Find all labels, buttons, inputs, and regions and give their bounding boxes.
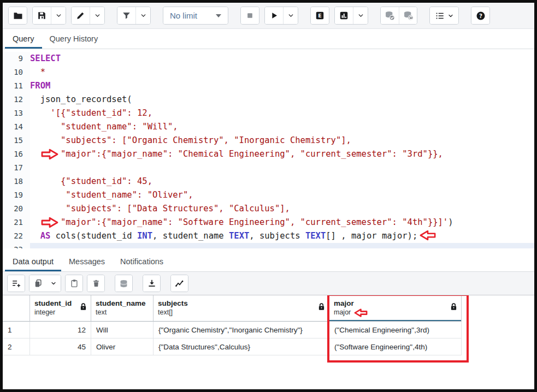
table-cell[interactable]: 12 [30, 322, 91, 338]
line-number: 23 [3, 243, 30, 248]
code-text: * [30, 66, 45, 79]
code-text: "major":{"major_name": "Chemical Enginee… [30, 147, 443, 161]
paste-clipboard-icon [69, 278, 79, 288]
code-line[interactable]: 17 [3, 161, 534, 175]
tab-notifications-label: Notifications [120, 257, 163, 266]
execute-options-button[interactable] [283, 7, 298, 24]
code-text: "student_name": "Oliver", [30, 188, 193, 202]
table-cell[interactable]: Will [91, 322, 154, 338]
chevron-down-icon [287, 12, 294, 19]
commit-button[interactable] [381, 7, 399, 24]
column-type: integer [34, 308, 86, 317]
execute-button[interactable] [265, 7, 283, 24]
chevron-down-icon [50, 280, 57, 287]
chevron-down-icon [357, 12, 364, 19]
filter-options-button[interactable] [135, 7, 150, 24]
edit-button[interactable] [72, 7, 90, 24]
tab-messages[interactable]: Messages [61, 252, 113, 271]
code-line[interactable]: 16 "major":{"major_name": "Chemical Engi… [3, 147, 534, 161]
line-number: 9 [3, 52, 30, 66]
code-line[interactable]: 11FROM [3, 79, 534, 93]
line-number: 12 [3, 93, 30, 106]
code-text: json_to_recordset( [30, 93, 132, 106]
code-line[interactable]: 21 "major":{"major_name": "Software Engi… [3, 216, 534, 229]
tab-data-output[interactable]: Data output [5, 252, 61, 271]
line-number: 18 [3, 175, 30, 188]
table-cell[interactable]: Oliver [91, 338, 154, 355]
column-header-student_name[interactable]: student_nametext [91, 295, 154, 322]
filter-button[interactable] [117, 7, 135, 24]
code-line[interactable]: 12 json_to_recordset( [3, 93, 534, 106]
row-number-header[interactable] [3, 295, 30, 322]
code-line[interactable]: 18 {"student_id": 45, [3, 175, 534, 188]
download-results-button[interactable] [143, 275, 160, 292]
sql-editor[interactable]: 9SELECT10 *11FROM12 json_to_recordset(13… [3, 49, 534, 252]
column-header-major[interactable]: majormajor [329, 295, 462, 322]
table-cell[interactable]: {"Data Structures",Calculus} [154, 338, 329, 355]
table-cell[interactable]: 45 [30, 338, 91, 355]
data-output-toolbar [3, 272, 534, 295]
save-button[interactable] [33, 7, 51, 24]
table-cell[interactable]: ("Chemical Engineering",3rd) [329, 322, 462, 338]
copy-options-button[interactable] [46, 275, 61, 292]
grid-header-row: student_idintegerstudent_nametextsubject… [3, 295, 534, 322]
tab-query-history[interactable]: Query History [42, 29, 106, 49]
delete-row-button[interactable] [87, 275, 104, 292]
edit-options-button[interactable] [90, 7, 104, 24]
code-line[interactable]: 20 "subjects": ["Data Structures", "Calc… [3, 202, 534, 216]
table-cell[interactable]: ("Software Engineering",4th) [329, 338, 462, 355]
line-number: 16 [3, 147, 30, 161]
column-type: text [96, 308, 149, 317]
chevron-down-icon [447, 13, 454, 19]
code-text: "subjects": ["Data Structures", "Calculu… [30, 202, 290, 216]
copy-icon [33, 278, 43, 288]
annotation-arrow-left-icon [420, 230, 436, 241]
graph-visualiser-icon [174, 278, 185, 289]
tab-query[interactable]: Query [5, 29, 42, 49]
row-limit-select[interactable]: No limit [163, 7, 228, 24]
line-number: 20 [3, 202, 30, 216]
save-icon [37, 10, 47, 21]
code-text: "subjects": ["Organic Chemistry", "Inorg… [30, 134, 351, 147]
svg-text:E: E [318, 13, 322, 19]
table-cell[interactable]: {"Organic Chemistry","Inorganic Chemistr… [154, 322, 329, 338]
stop-button[interactable] [241, 7, 259, 24]
code-line[interactable]: 23 [3, 243, 534, 248]
column-name: student_id [34, 299, 86, 308]
explain-options-button[interactable] [353, 7, 368, 24]
output-tabbar: Data output Messages Notifications [3, 252, 534, 272]
annotation-arrow-right-icon [41, 217, 58, 228]
copy-button[interactable] [29, 275, 46, 292]
column-header-subjects[interactable]: subjectstext[] [154, 295, 329, 322]
code-line[interactable]: 19 "student_name": "Oliver", [3, 188, 534, 202]
row-number-cell[interactable]: 1 [3, 322, 30, 338]
column-header-student_id[interactable]: student_idinteger [30, 295, 91, 322]
chevron-down-icon [94, 12, 101, 19]
add-row-button[interactable] [8, 275, 25, 292]
code-line[interactable]: 22 AS cols(student_id INT, student_name … [3, 229, 534, 243]
explain-button[interactable]: E [311, 7, 329, 24]
filter-funnel-icon [121, 10, 132, 21]
paste-button[interactable] [66, 275, 82, 292]
row-number-cell[interactable]: 2 [3, 338, 30, 355]
tab-notifications[interactable]: Notifications [113, 252, 171, 271]
table-row: 112Will{"Organic Chemistry","Inorganic C… [3, 322, 534, 338]
open-file-button[interactable] [9, 7, 27, 24]
macros-button[interactable] [430, 7, 458, 24]
code-line[interactable]: 13 '[{"student_id": 12, [3, 106, 534, 120]
tab-messages-label: Messages [69, 257, 105, 266]
graph-visualiser-button[interactable] [171, 275, 188, 292]
column-name: subjects [158, 299, 324, 308]
explain-analyze-button[interactable] [335, 7, 353, 24]
save-data-changes-button[interactable] [115, 275, 132, 292]
help-button[interactable]: ? [471, 7, 489, 24]
macros-list-icon [435, 11, 445, 21]
explain-icon: E [315, 10, 325, 21]
code-line[interactable]: 15 "subjects": ["Organic Chemistry", "In… [3, 134, 534, 147]
data-output-grid[interactable]: student_idintegerstudent_nametextsubject… [3, 295, 534, 389]
rollback-button[interactable] [399, 7, 417, 24]
code-line[interactable]: 10 * [3, 66, 534, 79]
code-line[interactable]: 14 "student_name": "Will", [3, 120, 534, 134]
code-line[interactable]: 9SELECT [3, 52, 534, 66]
save-options-button[interactable] [51, 7, 66, 24]
